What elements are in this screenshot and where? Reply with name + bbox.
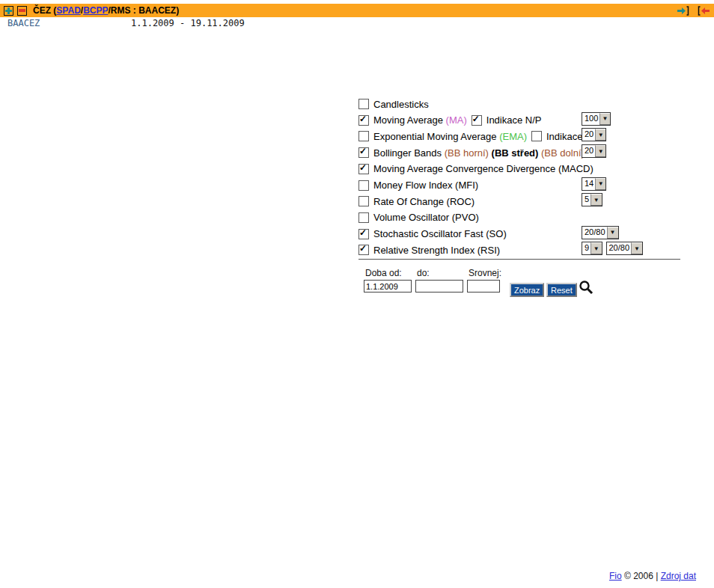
checkbox-candlesticks[interactable] <box>358 99 369 109</box>
compare-input[interactable] <box>467 280 500 293</box>
bcpp-link[interactable]: BCPP <box>83 5 108 16</box>
select-roc[interactable]: 5▼ <box>582 193 602 206</box>
checkbox-bb[interactable] <box>358 147 369 158</box>
title-suffix: /RMS : BAACEZ) <box>108 5 179 16</box>
to-input[interactable] <box>415 280 463 293</box>
checkbox-rsi[interactable] <box>358 245 369 255</box>
selects-so: 20/80▼ <box>582 226 619 239</box>
title-prefix: ČEZ ( <box>33 5 56 16</box>
chevron-down-icon[interactable]: ▼ <box>607 227 618 239</box>
checkbox-pvo[interactable] <box>358 212 369 223</box>
select-bb[interactable]: 20▼ <box>582 144 606 158</box>
plus-icon[interactable] <box>4 6 13 16</box>
indicator-row-candlesticks: Candlesticks <box>358 97 429 111</box>
select-value: 20 <box>582 145 595 157</box>
label-macd-0: Moving Average Convergence Divergence (M… <box>373 163 594 174</box>
controls-divider <box>358 259 680 260</box>
chevron-down-icon[interactable]: ▼ <box>595 178 605 190</box>
select-value: 20/80 <box>607 242 632 254</box>
indicator-row-pvo: Volume Oscillator (PVO) <box>358 211 479 224</box>
app-window: ČEZ (SPAD/BCPP/RMS : BAACEZ) BAACEZ 1.1.… <box>0 0 714 588</box>
select-value: 14 <box>582 178 595 190</box>
selects-ema: 20▼ <box>582 128 606 141</box>
checkbox-roc[interactable] <box>358 196 369 206</box>
period-form: Doba od: do: Srovnej: Zobraz Reset <box>358 266 686 304</box>
footer: Fio © 2006 | Zdroj dat <box>609 571 696 581</box>
chevron-down-icon[interactable]: ▼ <box>591 242 601 254</box>
arrow-right-icon[interactable] <box>677 6 689 16</box>
chevron-down-icon[interactable]: ▼ <box>591 194 601 206</box>
label-bb-1: (BB horní) <box>445 147 489 159</box>
checkbox-ma-indikace[interactable] <box>472 115 482 126</box>
indicator-row-bb: Bollinger Bands (BB horní) (BB střed) (B… <box>358 146 585 159</box>
indicator-row-ma: Moving Average (MA)Indikace N/P100▼ <box>358 114 541 127</box>
select-value: 100 <box>582 113 599 125</box>
selects-roc: 5▼ <box>582 193 602 206</box>
magnifier-icon[interactable] <box>579 280 595 296</box>
chevron-down-icon[interactable]: ▼ <box>595 145 605 157</box>
selects-rsi: 9▼20/80▼ <box>582 242 643 255</box>
arrow-left-icon[interactable] <box>698 6 710 16</box>
select-value: 20 <box>582 129 595 141</box>
fio-link[interactable]: Fio <box>609 571 622 581</box>
to-label: do: <box>417 268 430 278</box>
indicator-row-roc: Rate Of Change (ROC)5▼ <box>358 195 475 208</box>
selects-ma: 100▼ <box>582 112 611 126</box>
label-pvo-0: Volume Oscillator (PVO) <box>373 212 479 223</box>
chevron-down-icon[interactable]: ▼ <box>599 113 609 125</box>
checkbox-mfi[interactable] <box>358 180 369 191</box>
indicator-row-ema: Exponential Moving Average (EMA)Indikace… <box>358 129 602 143</box>
label-ma-indikace: Indikace N/P <box>486 114 542 126</box>
label-rsi-0: Relative Strength Index (RSI) <box>373 245 500 256</box>
minus-icon[interactable] <box>17 6 27 16</box>
select-ema[interactable]: 20▼ <box>582 128 606 141</box>
indicator-row-rsi: Relative Strength Index (RSI)9▼20/80▼ <box>358 243 500 257</box>
checkbox-ema-indikace[interactable] <box>531 131 542 141</box>
label-ma-0: Moving Average <box>373 114 446 126</box>
chevron-down-icon[interactable]: ▼ <box>595 129 605 141</box>
selects-bb: 20▼ <box>582 144 606 158</box>
indicator-row-so: Stochastic Oscillator Fast (SO)20/80▼ <box>358 227 507 241</box>
label-candlesticks-0: Candlesticks <box>373 99 429 110</box>
date-range: 1.1.2009 - 19.11.2009 <box>131 18 245 28</box>
checkbox-macd[interactable] <box>358 164 369 174</box>
indicator-row-macd: Moving Average Convergence Divergence (M… <box>358 162 594 176</box>
select-rsi-1[interactable]: 20/80▼ <box>606 242 644 255</box>
footer-copyright: © 2006 | <box>622 571 661 581</box>
compare-label: Srovnej: <box>469 268 501 278</box>
checkbox-ma[interactable] <box>358 115 369 126</box>
select-ma[interactable]: 100▼ <box>582 112 611 126</box>
select-so[interactable]: 20/80▼ <box>582 226 619 239</box>
chevron-down-icon[interactable]: ▼ <box>631 242 642 254</box>
label-bb-5: (BB dolní) <box>541 147 585 159</box>
label-ema-0: Exponential Moving Average <box>373 131 499 142</box>
select-rsi[interactable]: 9▼ <box>582 242 602 255</box>
spad-link[interactable]: SPAD <box>56 5 80 16</box>
label-ema-1: (EMA) <box>499 131 527 142</box>
label-ma-1: (MA) <box>446 114 467 126</box>
data-source-link[interactable]: Zdroj dat <box>661 571 696 581</box>
indicator-row-mfi: Money Flow Index (MFI)14▼ <box>358 179 478 192</box>
label-bb-0: Bollinger Bands <box>373 147 445 159</box>
title-bar: ČEZ (SPAD/BCPP/RMS : BAACEZ) <box>0 4 714 17</box>
label-so-0: Stochastic Oscillator Fast (SO) <box>373 228 507 239</box>
show-button[interactable]: Zobraz <box>510 283 544 297</box>
select-value: 20/80 <box>582 227 607 239</box>
from-label: Doba od: <box>365 268 402 278</box>
ticker-symbol: BAACEZ <box>7 18 40 28</box>
checkbox-so[interactable] <box>358 229 369 239</box>
label-bb-3: (BB střed) <box>492 147 539 159</box>
label-roc-0: Rate Of Change (ROC) <box>373 196 475 207</box>
select-value: 9 <box>582 242 591 254</box>
select-value: 5 <box>582 194 591 206</box>
label-mfi-0: Money Flow Index (MFI) <box>373 180 478 191</box>
select-mfi[interactable]: 14▼ <box>582 177 606 191</box>
from-input[interactable] <box>364 280 412 293</box>
selects-mfi: 14▼ <box>582 177 606 191</box>
checkbox-ema[interactable] <box>358 131 369 141</box>
window-title: ČEZ (SPAD/BCPP/RMS : BAACEZ) <box>33 5 179 16</box>
reset-button[interactable]: Reset <box>546 283 577 297</box>
